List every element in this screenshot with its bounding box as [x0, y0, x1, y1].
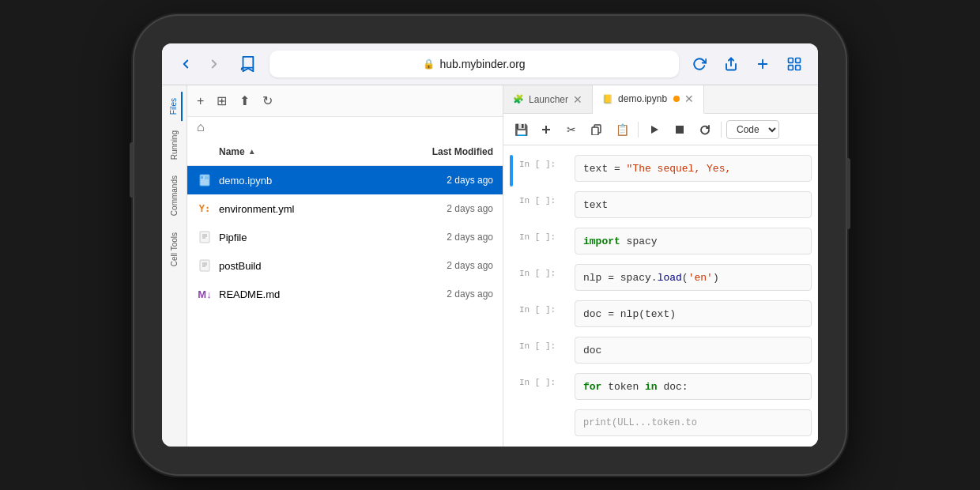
- cell-content[interactable]: import spacy: [575, 228, 812, 254]
- file-browser-header: Name ▲ Last Modified: [187, 138, 503, 166]
- file-name: demo.ipynb: [219, 175, 414, 187]
- tabs-button[interactable]: [783, 53, 805, 75]
- restart-button[interactable]: [694, 119, 716, 141]
- cut-button[interactable]: ✂: [560, 119, 582, 141]
- fb-new-button[interactable]: +: [197, 94, 204, 108]
- cell-content[interactable]: text = "The sequel, Yes,: [575, 155, 812, 182]
- copy-button[interactable]: [586, 119, 608, 141]
- file-name: Pipfile: [219, 232, 414, 243]
- cell-prompt: In [ ]:: [519, 155, 575, 169]
- cell-prompt: In [ ]:: [519, 300, 575, 315]
- file-item[interactable]: Y: environment.yml 2 days ago: [187, 194, 503, 223]
- file-item[interactable]: postBuild 2 days ago: [187, 251, 503, 280]
- home-icon[interactable]: ⌂: [197, 120, 205, 134]
- code-text: nlp = spacy.load('en'): [583, 272, 719, 284]
- cell-content[interactable]: print(ULL...token.to: [575, 409, 812, 436]
- file-item[interactable]: Pipfile 2 days ago: [187, 223, 503, 251]
- tab-bar: 🧩 Launcher ✕ 📒 demo.ipynb ✕: [503, 85, 818, 114]
- column-modified: Last Modified: [398, 146, 493, 157]
- forward-button[interactable]: [203, 53, 225, 75]
- paste-button[interactable]: 📋: [611, 119, 633, 141]
- svg-rect-6: [796, 66, 801, 70]
- tab-launcher-label: Launcher: [529, 94, 568, 105]
- file-list: demo.ipynb 2 days ago Y: environment.yml…: [187, 166, 503, 447]
- svg-rect-15: [200, 260, 209, 271]
- svg-rect-4: [796, 58, 801, 63]
- cell-type-select[interactable]: Code: [726, 120, 779, 139]
- share-button[interactable]: [720, 53, 742, 75]
- svg-marker-23: [651, 126, 658, 134]
- cell-indicator: [510, 191, 513, 223]
- file-item[interactable]: M↓ README.md 2 days ago: [187, 280, 503, 308]
- cell-prompt: In [ ]:: [519, 373, 575, 387]
- sort-icon[interactable]: ▲: [248, 147, 256, 156]
- cell-content[interactable]: text: [575, 191, 812, 218]
- cell-1: In [ ]: text = "The sequel, Yes,: [503, 153, 818, 188]
- file-name: environment.yml: [219, 203, 414, 215]
- file-item[interactable]: demo.ipynb 2 days ago: [187, 166, 503, 194]
- fb-new-folder-button[interactable]: ⊞: [217, 93, 227, 108]
- back-button[interactable]: [175, 53, 197, 75]
- file-icon-text: [197, 229, 213, 245]
- file-icon-markdown: M↓: [197, 286, 213, 302]
- tab-launcher-icon: 🧩: [513, 94, 524, 104]
- file-browser: + ⊞ ⬆ ↻ ⌂ Name ▲ Last Modified: [187, 85, 503, 447]
- file-name: README.md: [219, 288, 414, 300]
- cell-content[interactable]: doc: [575, 337, 812, 364]
- cell-content[interactable]: doc = nlp(text): [575, 300, 812, 327]
- home-button-row: ⌂: [187, 117, 503, 138]
- cell-4: In [ ]: nlp = spacy.load('en'): [503, 262, 818, 297]
- cell-8: In [ ]: print(ULL...token.to: [503, 408, 818, 443]
- svg-rect-22: [592, 127, 598, 135]
- new-tab-button[interactable]: [752, 53, 774, 75]
- stop-button[interactable]: [669, 119, 691, 141]
- phone-frame: 🔒 hub.mybinder.org: [134, 16, 846, 474]
- reload-button[interactable]: [688, 53, 710, 75]
- run-button[interactable]: [643, 119, 665, 141]
- sidebar-tab-files[interactable]: Files: [166, 92, 183, 121]
- fb-upload-button[interactable]: ⬆: [239, 93, 250, 108]
- file-icon-notebook: [197, 172, 213, 188]
- add-cell-button[interactable]: [535, 119, 557, 141]
- cell-indicator: [510, 300, 513, 332]
- tab-launcher[interactable]: 🧩 Launcher ✕: [503, 85, 593, 113]
- cell-prompt: In [ ]:: [519, 337, 575, 351]
- sidebar-tab-celltools[interactable]: Cell Tools: [167, 226, 182, 273]
- browser-toolbar: 🔒 hub.mybinder.org: [162, 43, 818, 85]
- cell-indicator: [510, 337, 513, 368]
- code-text: doc: [583, 345, 601, 356]
- lock-icon: 🔒: [423, 58, 435, 70]
- file-date: 2 days ago: [414, 260, 493, 271]
- file-browser-toolbar: + ⊞ ⬆ ↻: [187, 85, 503, 117]
- column-name: Name ▲: [219, 146, 398, 157]
- cell-prompt: In [ ]:: [519, 191, 575, 205]
- save-button[interactable]: 💾: [510, 119, 532, 141]
- tab-demo-label: demo.ipynb: [618, 93, 667, 104]
- cell-7: In [ ]: for token in doc:: [503, 371, 818, 406]
- code-text: text: [583, 199, 608, 211]
- tab-launcher-close[interactable]: ✕: [573, 93, 582, 106]
- code-text: doc = nlp(text): [583, 308, 676, 320]
- cell-content[interactable]: nlp = spacy.load('en'): [575, 264, 812, 291]
- cell-indicator: [510, 155, 513, 187]
- cell-prompt: In [ ]:: [519, 228, 575, 242]
- browser-chrome: 🔒 hub.mybinder.org: [162, 43, 818, 85]
- code-text: print(ULL...token.to: [583, 417, 697, 428]
- sidebar-tab-running[interactable]: Running: [167, 124, 182, 166]
- svg-rect-11: [200, 232, 209, 243]
- sidebar-tab-commands[interactable]: Commands: [167, 169, 182, 222]
- cell-prompt: In [ ]:: [519, 264, 575, 278]
- cell-content[interactable]: for token in doc:: [575, 373, 812, 400]
- url-text: hub.mybinder.org: [439, 58, 525, 70]
- jupyter-area: Files Running Commands Cell Tools + ⊞ ⬆ …: [162, 85, 818, 447]
- tab-demo-close[interactable]: ✕: [684, 92, 694, 105]
- tab-demo[interactable]: 📒 demo.ipynb ✕: [593, 85, 704, 114]
- cell-indicator: [510, 373, 513, 405]
- toolbar-sep1: [638, 122, 639, 138]
- address-bar[interactable]: 🔒 hub.mybinder.org: [270, 51, 679, 77]
- phone-screen: 🔒 hub.mybinder.org: [162, 43, 818, 447]
- cell-indicator: [510, 264, 513, 296]
- notebook-area: 🧩 Launcher ✕ 📒 demo.ipynb ✕ 💾: [503, 85, 818, 447]
- bookmarks-button[interactable]: [235, 51, 260, 77]
- fb-refresh-button[interactable]: ↻: [262, 93, 273, 108]
